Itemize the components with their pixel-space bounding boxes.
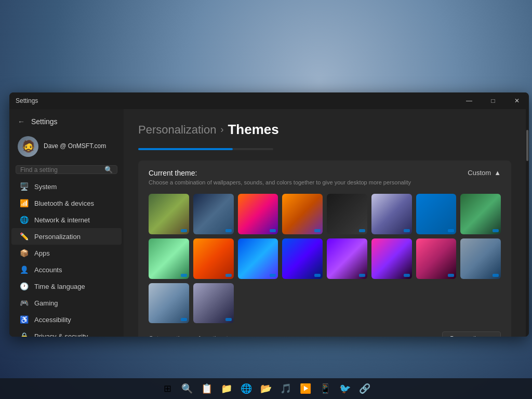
store-text: Get more themes from the store — [149, 335, 237, 337]
sidebar-item-bluetooth[interactable]: 📶 Bluetooth & devices — [11, 195, 122, 211]
progress-bar — [138, 148, 273, 150]
gaming-icon: 🎮 — [20, 299, 28, 307]
user-profile[interactable]: 🧔 Dave @ OnMSFT.com — [9, 132, 124, 165]
apps-icon: 📦 — [20, 249, 28, 257]
theme-thumb-16[interactable] — [460, 238, 501, 279]
sidebar-item-apps[interactable]: 📦 Apps — [11, 245, 122, 261]
avatar-icon: 🧔 — [21, 140, 35, 153]
theme-thumb-12[interactable] — [282, 238, 323, 279]
sidebar-item-personalization[interactable]: ✏️ Personalization — [11, 228, 122, 245]
taskbar-twitter-button[interactable]: 🐦 — [337, 380, 353, 397]
progress-bar-fill — [138, 148, 233, 150]
sidebar-item-gaming[interactable]: 🎮 Gaming — [11, 295, 122, 311]
breadcrumb-parent: Personalization — [138, 123, 216, 137]
taskbar-explorer-button[interactable]: 📁 — [218, 380, 235, 397]
user-name: Dave @ OnMSFT.com — [44, 142, 106, 151]
theme-thumb-3[interactable] — [238, 194, 278, 234]
sidebar-label-system: System — [34, 183, 57, 191]
theme-thumb-9[interactable] — [149, 238, 189, 279]
search-icon: 🔍 — [104, 166, 113, 174]
theme-thumb-14[interactable] — [371, 238, 412, 279]
main-content: Personalization › Themes Current theme: … — [124, 109, 526, 337]
scrollbar[interactable] — [526, 109, 529, 337]
taskbar-play-button[interactable]: ▶️ — [297, 380, 314, 397]
theme-thumb-5[interactable] — [327, 194, 367, 234]
browse-themes-button[interactable]: Browse themes — [442, 331, 501, 337]
store-row: Get more themes from the store Browse th… — [149, 331, 501, 337]
badge-label: Custom — [468, 169, 491, 177]
theme-thumb-18[interactable] — [193, 283, 234, 324]
network-icon: 🌐 — [20, 216, 28, 224]
taskbar-files-button[interactable]: 📂 — [258, 380, 274, 397]
sidebar-label-apps: Apps — [34, 249, 50, 257]
theme-thumb-2[interactable] — [193, 194, 234, 234]
sidebar-label-gaming: Gaming — [34, 299, 58, 307]
close-button[interactable]: ✕ — [505, 92, 529, 109]
search-input[interactable] — [20, 166, 104, 174]
current-theme-badge[interactable]: Custom ▲ — [468, 169, 501, 177]
title-bar-left: Settings — [16, 97, 38, 104]
theme-thumb-11[interactable] — [238, 238, 278, 279]
taskbar-taskview-button[interactable]: 📋 — [198, 380, 215, 397]
sidebar: ← Settings 🧔 Dave @ OnMSFT.com 🔍 🖥️ Syst… — [9, 109, 124, 337]
search-box[interactable]: 🔍 — [16, 165, 117, 174]
theme-thumb-15[interactable] — [416, 238, 457, 279]
theme-thumb-13[interactable] — [327, 238, 367, 279]
theme-thumb-17[interactable] — [149, 283, 189, 324]
time-icon: 🕐 — [20, 282, 28, 290]
bluetooth-icon: 📶 — [20, 199, 28, 207]
sidebar-label-accessibility: Accessibility — [34, 316, 71, 324]
privacy-icon: 🔒 — [20, 332, 28, 337]
theme-thumb-7[interactable] — [416, 194, 457, 234]
sidebar-item-accounts[interactable]: 👤 Accounts — [11, 261, 122, 278]
theme-thumb-6[interactable] — [371, 194, 412, 234]
scrollbar-thumb[interactable] — [526, 130, 528, 161]
minimize-button[interactable]: — — [457, 92, 481, 109]
maximize-button[interactable]: □ — [481, 92, 505, 109]
sidebar-item-network[interactable]: 🌐 Network & internet — [11, 211, 122, 228]
sidebar-label-accounts: Accounts — [34, 266, 62, 274]
taskbar: ⊞ 🔍 📋 📁 🌐 📂 🎵 ▶️ 📱 🐦 🔗 — [0, 378, 532, 399]
sidebar-label-privacy: Privacy & security — [34, 332, 88, 337]
sidebar-item-accessibility[interactable]: ♿ Accessibility — [11, 311, 122, 328]
window-body: ← Settings 🧔 Dave @ OnMSFT.com 🔍 🖥️ Syst… — [9, 109, 529, 337]
theme-card-title: Current theme: — [149, 169, 411, 177]
theme-thumb-1[interactable] — [149, 194, 189, 234]
accounts-icon: 👤 — [20, 265, 28, 274]
theme-card: Current theme: Choose a combination of w… — [138, 161, 511, 337]
taskbar-spotify-button[interactable]: 🎵 — [277, 380, 294, 397]
taskbar-link-button[interactable]: 🔗 — [356, 380, 373, 397]
sidebar-item-time[interactable]: 🕐 Time & language — [11, 278, 122, 295]
breadcrumb: Personalization › Themes — [138, 122, 511, 138]
theme-card-info: Current theme: Choose a combination of w… — [149, 169, 411, 185]
taskbar-edge-button[interactable]: 🌐 — [238, 380, 255, 397]
title-bar: Settings — □ ✕ — [9, 92, 529, 109]
theme-thumb-10[interactable] — [193, 238, 234, 279]
sidebar-label-bluetooth: Bluetooth & devices — [34, 200, 94, 207]
breadcrumb-current: Themes — [228, 122, 278, 138]
badge-chevron: ▲ — [494, 169, 501, 177]
sidebar-label-network: Network & internet — [34, 216, 90, 224]
themes-grid — [149, 194, 501, 323]
settings-title: Settings — [16, 97, 38, 104]
taskbar-search-button[interactable]: 🔍 — [179, 380, 195, 397]
theme-card-header: Current theme: Choose a combination of w… — [149, 169, 501, 185]
avatar: 🧔 — [18, 136, 38, 157]
accessibility-icon: ♿ — [20, 315, 28, 324]
back-button[interactable]: ← — [16, 115, 27, 128]
taskbar-start-button[interactable]: ⊞ — [159, 380, 176, 397]
sidebar-label-time: Time & language — [34, 283, 85, 290]
system-icon: 🖥️ — [20, 182, 28, 191]
personalization-icon: ✏️ — [20, 232, 28, 241]
window-title-sidebar: Settings — [31, 117, 58, 126]
theme-thumb-8[interactable] — [460, 194, 501, 234]
title-bar-controls: — □ ✕ — [457, 92, 529, 109]
taskbar-phone-button[interactable]: 📱 — [317, 380, 334, 397]
sidebar-item-system[interactable]: 🖥️ System — [11, 178, 122, 195]
sidebar-item-privacy[interactable]: 🔒 Privacy & security — [11, 328, 122, 337]
theme-thumb-4[interactable] — [282, 194, 323, 234]
theme-card-subtitle: Choose a combination of wallpapers, soun… — [149, 179, 411, 185]
settings-window: Settings — □ ✕ ← Settings 🧔 Dave @ OnMSF… — [9, 92, 529, 337]
sidebar-label-personalization: Personalization — [34, 233, 81, 241]
breadcrumb-separator: › — [220, 124, 223, 135]
